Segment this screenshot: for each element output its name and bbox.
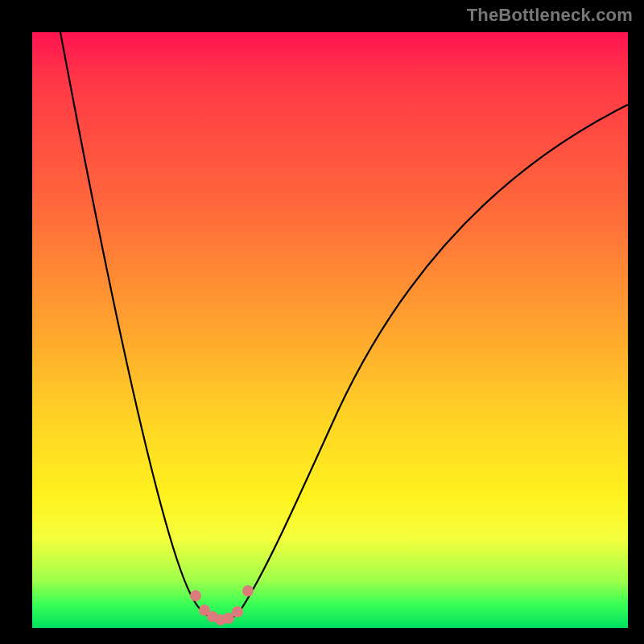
chart-container: TheBottleneck.com (0, 0, 644, 644)
data-point (232, 606, 243, 617)
data-point (190, 590, 201, 601)
data-point (242, 585, 254, 597)
plot-area (32, 32, 628, 628)
watermark: TheBottleneck.com (467, 5, 633, 26)
bottleneck-curve (32, 32, 628, 628)
